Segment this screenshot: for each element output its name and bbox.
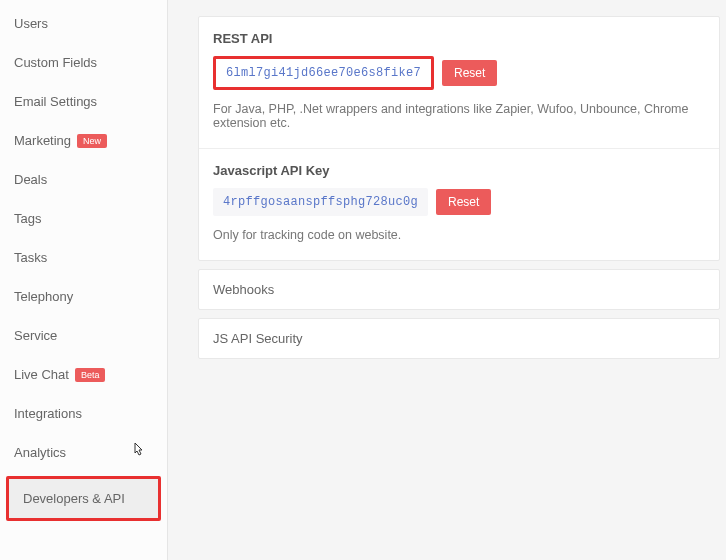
sidebar-item-label: Telephony: [14, 289, 73, 304]
sidebar-item-tags[interactable]: Tags: [0, 199, 167, 238]
sidebar-item-deals[interactable]: Deals: [0, 160, 167, 199]
sidebar-item-label: Deals: [14, 172, 47, 187]
sidebar-item-label: Analytics: [14, 445, 66, 460]
sidebar-item-label: Tasks: [14, 250, 47, 265]
js-api-help: Only for tracking code on website.: [213, 228, 705, 242]
sidebar-item-tasks[interactable]: Tasks: [0, 238, 167, 277]
sidebar-item-label: Service: [14, 328, 57, 343]
sidebar-item-marketing[interactable]: Marketing New: [0, 121, 167, 160]
sidebar-item-developers-api[interactable]: Developers & API: [6, 476, 161, 521]
sidebar-item-analytics[interactable]: Analytics: [0, 433, 167, 472]
js-api-reset-button[interactable]: Reset: [436, 189, 491, 215]
sidebar-item-email-settings[interactable]: Email Settings: [0, 82, 167, 121]
rest-api-title: REST API: [213, 31, 705, 46]
sidebar-item-label: Marketing: [14, 133, 71, 148]
sidebar: Users Custom Fields Email Settings Marke…: [0, 0, 168, 560]
sidebar-item-label: Custom Fields: [14, 55, 97, 70]
sidebar-item-label: Email Settings: [14, 94, 97, 109]
api-keys-panel: REST API 6lml7gi41jd66ee70e6s8fike7 Rese…: [198, 16, 720, 261]
sidebar-item-service[interactable]: Service: [0, 316, 167, 355]
sidebar-item-label: Integrations: [14, 406, 82, 421]
rest-api-section: REST API 6lml7gi41jd66ee70e6s8fike7 Rese…: [199, 17, 719, 148]
rest-api-reset-button[interactable]: Reset: [442, 60, 497, 86]
rest-api-help: For Java, PHP, .Net wrappers and integra…: [213, 102, 705, 130]
sidebar-item-label: Live Chat: [14, 367, 69, 382]
sidebar-item-label: Users: [14, 16, 48, 31]
js-api-security-accordion[interactable]: JS API Security: [198, 318, 720, 359]
sidebar-item-label: Tags: [14, 211, 41, 226]
sidebar-item-custom-fields[interactable]: Custom Fields: [0, 43, 167, 82]
js-api-section: Javascript API Key 4rpffgosaanspffsphg72…: [199, 148, 719, 260]
sidebar-item-live-chat[interactable]: Live Chat Beta: [0, 355, 167, 394]
beta-badge: Beta: [75, 368, 106, 382]
sidebar-item-label: Developers & API: [23, 491, 125, 506]
js-api-title: Javascript API Key: [213, 163, 705, 178]
js-api-key[interactable]: 4rpffgosaanspffsphg728uc0g: [213, 188, 428, 216]
sidebar-item-users[interactable]: Users: [0, 4, 167, 43]
sidebar-item-telephony[interactable]: Telephony: [0, 277, 167, 316]
webhooks-accordion[interactable]: Webhooks: [198, 269, 720, 310]
sidebar-item-integrations[interactable]: Integrations: [0, 394, 167, 433]
main-content: REST API 6lml7gi41jd66ee70e6s8fike7 Rese…: [168, 0, 726, 560]
new-badge: New: [77, 134, 107, 148]
rest-api-key[interactable]: 6lml7gi41jd66ee70e6s8fike7: [213, 56, 434, 90]
